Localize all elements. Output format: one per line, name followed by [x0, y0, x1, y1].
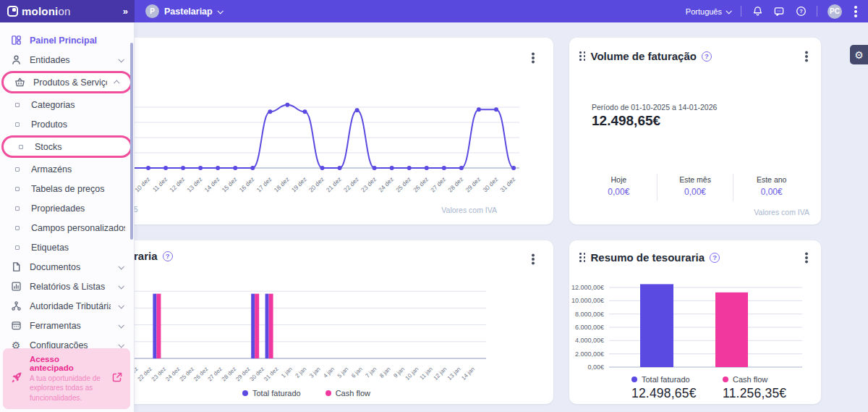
- sidebar-item-autoridade-tribut-ria[interactable]: Autoridade Tributária: [0, 296, 134, 316]
- svg-text:4.000,00€: 4.000,00€: [575, 337, 604, 344]
- legend-label: Total faturado: [252, 389, 301, 398]
- svg-text:13 dez: 13 dez: [185, 175, 203, 193]
- sidebar-item-stocks[interactable]: Stocks: [4, 138, 130, 156]
- sidebar-nav: Painel PrincipalEntidadesProdutos & Serv…: [0, 22, 134, 355]
- sidebar-item-painel-principal[interactable]: Painel Principal: [0, 30, 134, 50]
- svg-text:6 jan: 6 jan: [350, 366, 364, 379]
- document-icon: [10, 261, 22, 273]
- sidebar-item-label: Produtos: [31, 119, 125, 130]
- chevron-up-icon: [114, 80, 119, 85]
- notifications-bell-icon[interactable]: [752, 6, 763, 17]
- language-label: Português: [686, 7, 722, 16]
- svg-text:7 jan: 7 jan: [365, 366, 378, 379]
- pink-highlight-ring: Produtos & Serviços: [1, 71, 132, 93]
- legend-cash-flow: Cash flow 11.256,35€: [723, 375, 786, 401]
- legend-dot-icon: [723, 377, 728, 382]
- svg-text:18 dez: 18 dez: [273, 175, 291, 193]
- svg-text:8.000,00€: 8.000,00€: [575, 311, 604, 318]
- svg-text:25 dez: 25 dez: [394, 175, 412, 193]
- svg-text:12 dez: 12 dez: [168, 175, 186, 193]
- treasury-summary-bar-chart: 12.000,00€10.000,00€8.000,00€6.000,00€4.…: [569, 240, 821, 374]
- sidebar-item-tabelas-de-pre-os[interactable]: Tabelas de preços: [0, 179, 134, 198]
- sidebar-item-label: Categorias: [31, 100, 125, 110]
- legend-total-faturado[interactable]: Total faturado: [242, 389, 301, 398]
- period-label: Período de 01-10-2025 a 14-01-2026: [592, 103, 717, 112]
- sidebar: Painel PrincipalEntidadesProdutos & Serv…: [0, 22, 135, 412]
- svg-text:30 dez: 30 dez: [481, 175, 499, 193]
- stat-this-year: Este ano 0,00€: [733, 174, 809, 201]
- brand-name: molonion: [22, 5, 70, 17]
- sidebar-collapse-button[interactable]: »: [123, 6, 127, 17]
- treasury-summary-card: Resumo de tesouraria ? 12.000,00€10.000,…: [569, 240, 821, 404]
- dashboard-icon: [10, 35, 22, 46]
- more-options-icon[interactable]: [854, 10, 857, 13]
- svg-text:10 jan: 10 jan: [404, 366, 420, 382]
- legend-label: Total faturado: [642, 375, 690, 384]
- external-link-icon[interactable]: [111, 371, 123, 386]
- help-icon[interactable]: ?: [702, 51, 712, 62]
- moloni-logo[interactable]: molonion: [7, 5, 70, 17]
- drag-handle-icon[interactable]: [579, 51, 586, 61]
- sidebar-item-label: Relatórios & Listas: [30, 282, 111, 292]
- svg-text:23 dez: 23 dez: [150, 366, 167, 382]
- sidebar-item-produtos-servi-os[interactable]: Produtos & Serviços: [4, 73, 130, 91]
- square-bullet-icon: [19, 145, 23, 149]
- square-bullet-icon: [15, 122, 20, 127]
- sidebar-item-relat-rios-listas[interactable]: Relatórios & Listas: [0, 277, 134, 296]
- svg-text:10.000,00€: 10.000,00€: [571, 297, 604, 304]
- chat-icon[interactable]: [773, 6, 785, 17]
- dashboard-settings-gear-icon[interactable]: ⚙: [850, 45, 868, 64]
- sidebar-item-categorias[interactable]: Categorias: [0, 95, 134, 114]
- sidebar-item-propriedades[interactable]: Propriedades: [0, 198, 134, 218]
- stat-label: Hoje: [581, 175, 657, 184]
- svg-text:20 dez: 20 dez: [307, 175, 326, 193]
- svg-text:0,00€: 0,00€: [587, 363, 604, 371]
- early-access-banner[interactable]: Acesso antecipado A tua oportunidade de …: [3, 348, 130, 410]
- square-bullet-icon: [15, 206, 20, 211]
- svg-text:23 dez: 23 dez: [359, 175, 378, 193]
- stat-today: Hoje 0,00€: [581, 174, 657, 201]
- sidebar-item-label: Propriedades: [31, 203, 125, 214]
- top-bar-actions: Português ? PC: [686, 4, 868, 19]
- chevron-down-icon: [118, 342, 124, 348]
- stat-value: 0,00€: [658, 187, 733, 197]
- billing-volume-card: Volume de faturação ? Período de 01-10-2…: [569, 38, 821, 224]
- app-screen: molonion » P Pastelariap Português ?: [0, 0, 868, 412]
- sidebar-item-label: Stocks: [35, 142, 122, 152]
- svg-text:1 jan: 1 jan: [280, 366, 294, 379]
- moloni-logo-icon: [7, 6, 18, 17]
- square-bullet-icon: [15, 167, 20, 172]
- card-title: Volume de faturação: [591, 50, 697, 62]
- card-menu-icon[interactable]: [805, 55, 808, 58]
- sidebar-item-documentos[interactable]: Documentos: [0, 257, 134, 277]
- sidebar-item-entidades[interactable]: Entidades: [0, 50, 134, 70]
- chevron-down-icon: [118, 56, 124, 62]
- chart-legend: Total faturado Cash flow: [242, 389, 370, 398]
- user-avatar[interactable]: PC: [827, 4, 842, 19]
- stat-label: Este mês: [658, 175, 733, 184]
- svg-text:13 jan: 13 jan: [446, 366, 462, 382]
- language-selector[interactable]: Português: [686, 7, 731, 16]
- svg-text:12.000,00€: 12.000,00€: [571, 284, 604, 291]
- help-icon[interactable]: ?: [795, 6, 807, 17]
- sidebar-scrollbar[interactable]: [130, 43, 133, 240]
- svg-text:21 dez: 21 dez: [325, 175, 343, 193]
- promo-title: Acesso antecipado: [30, 355, 105, 372]
- sidebar-item-label: Painel Principal: [30, 35, 125, 46]
- chevron-down-icon: [118, 283, 124, 289]
- sidebar-item-campos-personalizados[interactable]: Campos personalizados: [0, 218, 134, 237]
- sidebar-item-ferramentas[interactable]: Ferramentas: [0, 316, 134, 335]
- svg-text:15 dez: 15 dez: [221, 175, 239, 193]
- sidebar-item-etiquetas[interactable]: Etiquetas: [0, 237, 134, 257]
- basket-icon: [14, 77, 25, 88]
- sidebar-item-label: Etiquetas: [31, 243, 125, 253]
- stat-value: 0,00€: [581, 187, 657, 197]
- svg-text:30 dez: 30 dez: [249, 366, 265, 382]
- sidebar-item-produtos[interactable]: Produtos: [0, 114, 134, 134]
- svg-text:11 jan: 11 jan: [418, 366, 433, 381]
- company-switcher[interactable]: P Pastelariap: [145, 4, 222, 18]
- legend-cash-flow[interactable]: Cash flow: [326, 389, 370, 398]
- svg-text:22 dez: 22 dez: [136, 366, 153, 382]
- sidebar-item-armaz-ns[interactable]: Armazéns: [0, 159, 134, 179]
- chevron-down-icon: [118, 264, 124, 269]
